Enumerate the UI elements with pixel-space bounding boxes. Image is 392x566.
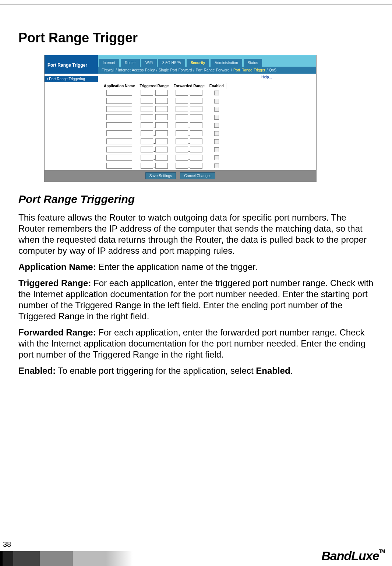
- tab-hspa[interactable]: 3.5G HSPA: [158, 59, 185, 67]
- app-name-input[interactable]: [106, 90, 132, 96]
- tab-admin[interactable]: Administration: [211, 59, 242, 67]
- subnav-suffix: / QoS: [265, 68, 276, 72]
- trig-start-input[interactable]: [141, 138, 153, 144]
- paragraph-intro: This feature allows the Router to watch …: [18, 212, 374, 256]
- fwd-end-input[interactable]: [190, 106, 202, 112]
- enabled-checkbox[interactable]: [214, 139, 219, 144]
- screenshot-sidebar: Port Range Triggering: [45, 74, 98, 170]
- trig-start-input[interactable]: [141, 90, 153, 96]
- trig-start-input[interactable]: [141, 122, 153, 128]
- footer-gradient: [0, 551, 133, 566]
- fwd-start-input[interactable]: [176, 155, 188, 161]
- text-app-name: Enter the application name of the trigge…: [96, 262, 258, 272]
- fwd-start-input[interactable]: [176, 98, 188, 104]
- trig-start-input[interactable]: [141, 147, 153, 152]
- page-number: 38: [3, 540, 11, 549]
- trig-end-input[interactable]: [155, 138, 168, 144]
- fwd-end-input[interactable]: [190, 155, 202, 161]
- app-name-input[interactable]: [106, 130, 132, 136]
- col-app-name: Application Name: [102, 83, 137, 89]
- label-forwarded-range: Forwarded Range:: [18, 327, 96, 337]
- enabled-checkbox[interactable]: [214, 99, 219, 103]
- table-row: --: [102, 146, 226, 154]
- app-name-input[interactable]: [106, 122, 132, 128]
- fwd-end-input[interactable]: [190, 138, 202, 144]
- fwd-start-input[interactable]: [176, 106, 188, 112]
- trig-end-input[interactable]: [155, 147, 168, 152]
- table-row: --: [102, 97, 226, 105]
- fwd-end-input[interactable]: [190, 90, 202, 96]
- tab-security[interactable]: Security: [187, 59, 209, 67]
- fwd-end-input[interactable]: [190, 122, 202, 128]
- fwd-start-input[interactable]: [176, 163, 188, 169]
- enabled-checkbox[interactable]: [214, 147, 219, 152]
- table-row: --: [102, 122, 226, 130]
- trig-start-input[interactable]: [141, 130, 153, 136]
- fwd-start-input[interactable]: [176, 138, 188, 144]
- fwd-start-input[interactable]: [176, 147, 188, 152]
- fwd-start-input[interactable]: [176, 122, 188, 128]
- label-triggered-range: Triggered Range:: [18, 278, 91, 288]
- save-settings-button[interactable]: Save Settings: [145, 172, 176, 179]
- table-row: --: [102, 154, 226, 162]
- tab-router[interactable]: Router: [121, 59, 140, 67]
- col-triggered-range: Triggered Range: [137, 83, 171, 89]
- fwd-end-input[interactable]: [190, 98, 202, 104]
- app-name-input[interactable]: [106, 155, 132, 161]
- enabled-checkbox[interactable]: [214, 107, 219, 112]
- app-name-input[interactable]: [106, 147, 132, 152]
- trig-start-input[interactable]: [141, 98, 153, 104]
- fwd-start-input[interactable]: [176, 130, 188, 136]
- help-link[interactable]: Help...: [261, 75, 272, 79]
- trig-end-input[interactable]: [155, 90, 168, 96]
- tab-wifi[interactable]: WiFi: [141, 59, 157, 67]
- screenshot-footer: Save Settings Cancel Changes: [45, 170, 316, 182]
- trig-end-input[interactable]: [155, 130, 168, 136]
- router-screenshot: Port Range Trigger Internet Router WiFi …: [44, 55, 317, 182]
- subnav: Firewall / Internet Access Policy / Sing…: [98, 67, 316, 74]
- enabled-checkbox[interactable]: [214, 164, 219, 168]
- enabled-checkbox[interactable]: [214, 91, 219, 95]
- enabled-checkbox[interactable]: [214, 155, 219, 160]
- tail-enabled: .: [290, 366, 293, 376]
- app-name-input[interactable]: [106, 106, 132, 112]
- table-row: --: [102, 138, 226, 146]
- app-name-input[interactable]: [106, 138, 132, 144]
- enabled-checkbox[interactable]: [214, 131, 219, 136]
- col-forwarded-range: Forwarded Range: [171, 83, 207, 89]
- label-app-name: Application Name:: [18, 262, 96, 272]
- trig-end-input[interactable]: [155, 106, 168, 112]
- screenshot-left-title: Port Range Trigger: [45, 55, 98, 74]
- fwd-start-input[interactable]: [176, 90, 188, 96]
- paragraph-forwarded-range: Forwarded Range: For each application, e…: [18, 327, 374, 360]
- table-row: --: [102, 89, 226, 98]
- trig-start-input[interactable]: [141, 155, 153, 161]
- app-name-input[interactable]: [106, 163, 132, 169]
- fwd-end-input[interactable]: [190, 163, 202, 169]
- enabled-checkbox[interactable]: [214, 123, 219, 128]
- fwd-end-input[interactable]: [190, 114, 202, 120]
- paragraph-enabled: Enabled: To enable port triggering for t…: [18, 365, 374, 376]
- tab-internet[interactable]: Internet: [99, 59, 119, 67]
- fwd-end-input[interactable]: [190, 147, 202, 152]
- enabled-checkbox[interactable]: [214, 115, 219, 120]
- trig-end-input[interactable]: [155, 114, 168, 120]
- trig-end-input[interactable]: [155, 163, 168, 169]
- trig-end-input[interactable]: [155, 98, 168, 104]
- fwd-start-input[interactable]: [176, 114, 188, 120]
- table-row: --: [102, 130, 226, 138]
- cancel-changes-button[interactable]: Cancel Changes: [180, 172, 215, 179]
- app-name-input[interactable]: [106, 98, 132, 104]
- tab-status[interactable]: Status: [244, 59, 262, 67]
- app-name-input[interactable]: [106, 114, 132, 120]
- sidebar-item-port-range-triggering[interactable]: Port Range Triggering: [45, 76, 98, 82]
- text-enabled: To enable port triggering for the applic…: [56, 366, 256, 376]
- trig-start-input[interactable]: [141, 106, 153, 112]
- fwd-end-input[interactable]: [190, 130, 202, 136]
- trig-end-input[interactable]: [155, 155, 168, 161]
- trig-start-input[interactable]: [141, 163, 153, 169]
- trig-start-input[interactable]: [141, 114, 153, 120]
- trig-end-input[interactable]: [155, 122, 168, 128]
- trigger-table: Application Name Triggered Range Forward…: [102, 83, 226, 170]
- subnav-current: Port Range Trigger: [233, 68, 265, 72]
